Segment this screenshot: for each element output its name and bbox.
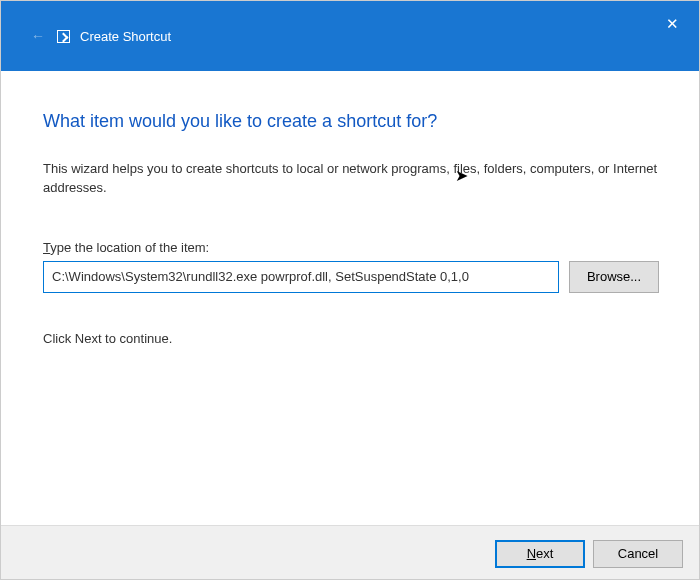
location-input[interactable]	[43, 261, 559, 293]
titlebar: ← Create Shortcut ✕	[1, 1, 700, 71]
page-heading: What item would you like to create a sho…	[43, 111, 659, 132]
window-title: Create Shortcut	[80, 29, 171, 44]
close-button[interactable]: ✕	[658, 11, 687, 37]
footer: Next Cancel	[1, 525, 700, 580]
continue-instruction: Click Next to continue.	[43, 331, 659, 346]
browse-button[interactable]: Browse...	[569, 261, 659, 293]
location-label: Type the location of the item:	[43, 240, 659, 255]
next-button[interactable]: Next	[495, 540, 585, 568]
cancel-button[interactable]: Cancel	[593, 540, 683, 568]
back-arrow-icon: ←	[31, 28, 45, 44]
wizard-description: This wizard helps you to create shortcut…	[43, 160, 659, 198]
content-area: What item would you like to create a sho…	[1, 71, 700, 366]
shortcut-icon	[57, 30, 70, 43]
input-row: Browse...	[43, 261, 659, 293]
